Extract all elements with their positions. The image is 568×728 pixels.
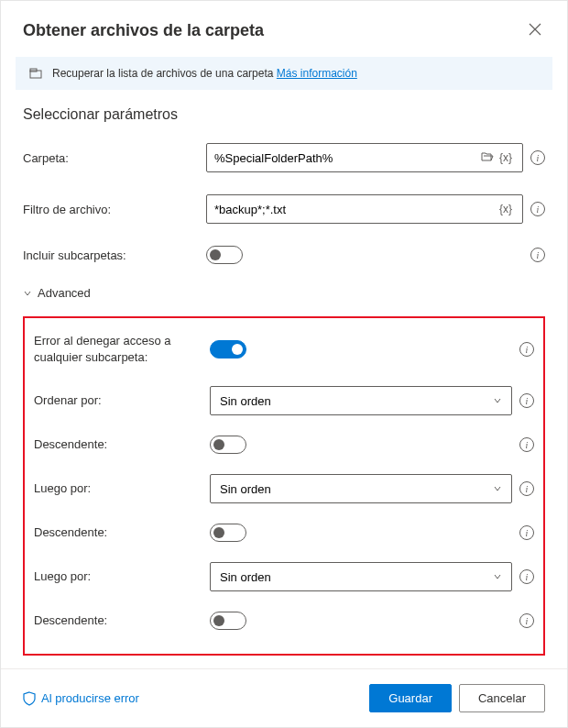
chevron-down-icon <box>493 572 502 581</box>
chevron-down-icon <box>23 289 32 298</box>
subfolders-label: Incluir subcarpetas: <box>23 248 195 262</box>
advanced-toggle[interactable]: Advanced <box>23 286 545 300</box>
chevron-down-icon <box>493 484 502 493</box>
dialog-header: Obtener archivos de la carpeta <box>1 1 567 57</box>
desc3-toggle[interactable] <box>210 612 246 630</box>
chevron-down-icon <box>493 396 502 405</box>
on-error-label: Al producirse error <box>41 691 139 705</box>
help-icon[interactable]: i <box>519 613 534 628</box>
folder-input-wrap: {x} <box>206 143 523 172</box>
desc2-label: Descendente: <box>34 524 199 541</box>
desc3-label: Descendente: <box>34 612 199 629</box>
desc1-toggle[interactable] <box>210 436 246 454</box>
variable-picker-icon[interactable]: {x} <box>497 203 515 215</box>
close-icon <box>529 23 541 36</box>
thenby2-select[interactable]: Sin orden <box>210 562 512 591</box>
desc1-row: Descendente: i <box>34 436 534 454</box>
folder-info-icon <box>28 66 43 81</box>
filter-input[interactable] <box>214 203 497 216</box>
footer-buttons: Guardar Cancelar <box>369 684 545 712</box>
thenby1-row: Luego por: Sin orden i <box>34 474 534 503</box>
info-text: Recuperar la lista de archivos de una ca… <box>52 67 357 80</box>
desc3-row: Descendente: i <box>34 612 534 630</box>
help-icon[interactable]: i <box>519 569 534 584</box>
info-banner: Recuperar la lista de archivos de una ca… <box>16 57 552 90</box>
sort-by-row: Ordenar por: Sin orden i <box>34 386 534 415</box>
advanced-section: Error al denegar acceso a cualquier subc… <box>23 316 545 656</box>
subfolders-row: Incluir subcarpetas: i <box>23 246 545 264</box>
desc2-row: Descendente: i <box>34 524 534 542</box>
filter-row: Filtro de archivo: {x} i <box>23 194 545 224</box>
thenby2-label: Luego por: <box>34 568 199 585</box>
sort-by-value: Sin orden <box>220 394 271 408</box>
thenby1-select[interactable]: Sin orden <box>210 474 512 503</box>
filter-label: Filtro de archivo: <box>23 203 195 216</box>
thenby2-row: Luego por: Sin orden i <box>34 562 534 591</box>
folder-input[interactable] <box>214 151 478 165</box>
help-icon[interactable]: i <box>519 393 534 408</box>
help-icon[interactable]: i <box>519 437 534 452</box>
help-icon[interactable]: i <box>530 202 545 216</box>
variable-picker-icon[interactable]: {x} <box>497 151 515 164</box>
help-icon[interactable]: i <box>530 150 545 165</box>
advanced-label: Advanced <box>38 286 91 300</box>
sort-by-select[interactable]: Sin orden <box>210 386 512 415</box>
save-button[interactable]: Guardar <box>369 684 452 712</box>
browse-folder-icon[interactable] <box>478 149 497 166</box>
filter-input-wrap: {x} <box>206 194 523 224</box>
help-icon[interactable]: i <box>530 248 545 262</box>
help-icon[interactable]: i <box>519 525 534 540</box>
subfolders-toggle[interactable] <box>206 246 243 264</box>
thenby1-label: Luego por: <box>34 480 199 497</box>
desc2-toggle[interactable] <box>210 524 246 542</box>
section-title: Seleccionar parámetros <box>23 106 545 123</box>
thenby1-value: Sin orden <box>220 482 271 496</box>
close-button[interactable] <box>525 19 545 42</box>
thenby2-value: Sin orden <box>220 570 271 584</box>
shield-icon <box>23 691 36 706</box>
deny-error-label: Error al denegar acceso a cualquier subc… <box>34 333 199 366</box>
more-info-link[interactable]: Más información <box>277 67 357 80</box>
folder-label: Carpeta: <box>23 151 195 165</box>
sort-by-label: Ordenar por: <box>34 392 199 409</box>
dialog-title: Obtener archivos de la carpeta <box>23 21 264 40</box>
folder-row: Carpeta: {x} i <box>23 143 545 172</box>
help-icon[interactable]: i <box>519 481 534 496</box>
help-icon[interactable]: i <box>519 342 534 357</box>
cancel-button[interactable]: Cancelar <box>459 684 545 712</box>
deny-error-toggle[interactable] <box>210 340 246 358</box>
content-area: Seleccionar parámetros Carpeta: {x} i Fi… <box>1 106 567 668</box>
desc1-label: Descendente: <box>34 436 199 453</box>
deny-error-row: Error al denegar acceso a cualquier subc… <box>34 333 534 366</box>
on-error-link[interactable]: Al producirse error <box>23 691 139 706</box>
dialog-footer: Al producirse error Guardar Cancelar <box>1 668 567 727</box>
